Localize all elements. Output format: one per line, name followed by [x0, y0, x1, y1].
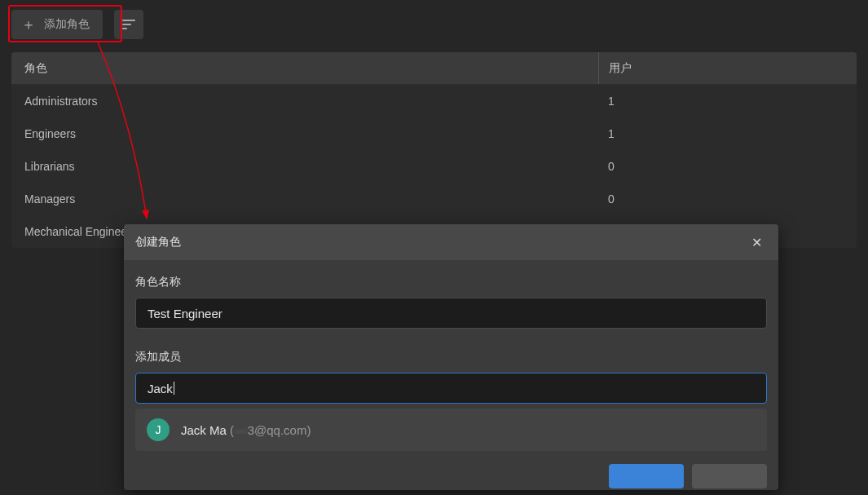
- modal-body: 角色名称 添加成员 Jack J Jack Ma (····3@qq.com): [124, 260, 778, 464]
- plus-icon: ＋: [21, 17, 36, 32]
- cell-user: 1: [598, 117, 857, 150]
- col-header-role[interactable]: 角色: [11, 61, 598, 76]
- sort-icon: [122, 20, 135, 29]
- add-role-label: 添加角色: [44, 17, 90, 32]
- modal-header: 创建角色 ✕: [124, 224, 778, 260]
- table-header: 角色 用户: [11, 52, 857, 85]
- cell-role: Engineers: [11, 127, 598, 140]
- suggestion-item[interactable]: J Jack Ma (····3@qq.com): [135, 412, 767, 448]
- cell-role: Administrators: [11, 95, 598, 108]
- cell-role: Managers: [11, 192, 598, 206]
- toolbar: ＋ 添加角色: [0, 0, 868, 52]
- table-row[interactable]: Engineers 1: [11, 117, 857, 150]
- avatar: J: [147, 418, 170, 441]
- cancel-button[interactable]: [692, 464, 767, 488]
- modal-footer: [124, 464, 778, 490]
- cell-user: 0: [598, 150, 857, 183]
- member-search-value: Jack: [148, 382, 173, 396]
- create-role-modal: 创建角色 ✕ 角色名称 添加成员 Jack J Jack Ma (····3@q…: [124, 224, 778, 490]
- cell-role: Librarians: [11, 160, 598, 173]
- table-row[interactable]: Administrators 1: [11, 85, 857, 117]
- avatar-initial: J: [156, 423, 161, 436]
- cell-user: 1: [598, 85, 857, 117]
- member-search-input[interactable]: Jack: [135, 373, 767, 404]
- roles-table: 角色 用户 Administrators 1 Engineers 1 Libra…: [11, 52, 857, 248]
- table-row[interactable]: Managers 0: [11, 183, 857, 215]
- confirm-button[interactable]: [609, 464, 684, 488]
- role-name-input[interactable]: [135, 298, 767, 329]
- text-caret: [174, 382, 174, 395]
- sort-button[interactable]: [114, 10, 143, 39]
- modal-title: 创建角色: [135, 235, 181, 250]
- close-icon[interactable]: ✕: [747, 232, 767, 254]
- suggestion-email: (····3@qq.com): [230, 423, 311, 437]
- suggestion-text: Jack Ma (····3@qq.com): [181, 423, 311, 437]
- table-row[interactable]: Librarians 0: [11, 150, 857, 183]
- cell-user: 0: [598, 183, 857, 215]
- col-header-user[interactable]: 用户: [598, 52, 857, 84]
- add-role-button[interactable]: ＋ 添加角色: [11, 10, 103, 39]
- role-name-label: 角色名称: [135, 275, 767, 289]
- suggestion-name: Jack Ma: [181, 423, 227, 437]
- member-suggestions: J Jack Ma (····3@qq.com): [135, 409, 767, 451]
- table-body: Administrators 1 Engineers 1 Librarians …: [11, 85, 857, 248]
- add-member-label: 添加成员: [135, 350, 767, 365]
